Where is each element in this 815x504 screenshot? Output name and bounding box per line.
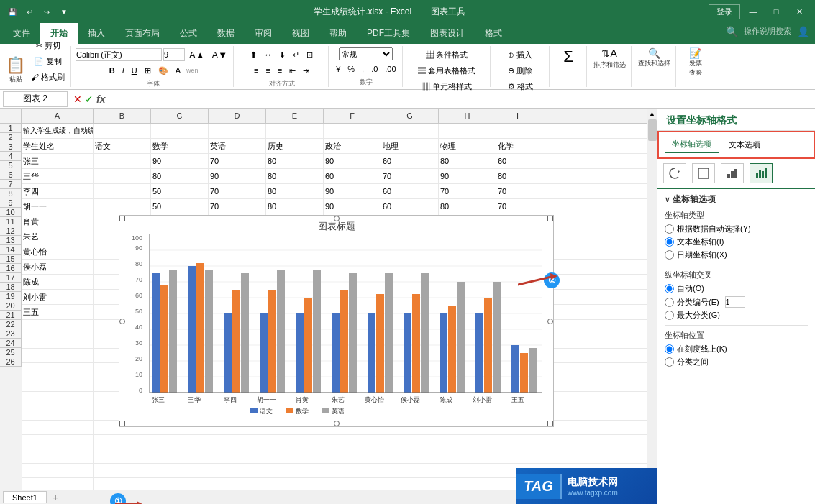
cell-I4[interactable]: 80 bbox=[496, 169, 539, 183]
font-color-btn[interactable]: A bbox=[173, 63, 183, 78]
redo-icon[interactable]: ↪ bbox=[40, 5, 53, 18]
panel-icon-shape[interactable] bbox=[692, 163, 715, 183]
cell-I2[interactable]: 化学 bbox=[496, 139, 539, 153]
chart-handle-bc[interactable] bbox=[334, 421, 340, 426]
row-header-14[interactable]: 14 bbox=[0, 245, 22, 255]
cell-B5[interactable] bbox=[94, 184, 151, 198]
row-header-21[interactable]: 21 bbox=[0, 311, 22, 320]
row-header-18[interactable]: 18 bbox=[0, 283, 22, 292]
copy-btn[interactable]: 📄 复制 bbox=[28, 54, 68, 68]
border-btn[interactable]: ⊞ bbox=[142, 63, 154, 78]
row-header-26[interactable]: 26 bbox=[0, 357, 22, 367]
row-header-13[interactable]: 13 bbox=[0, 236, 22, 245]
search-icon[interactable]: 🔍 bbox=[723, 23, 741, 44]
cell-A15[interactable] bbox=[22, 334, 94, 349]
col-header-H[interactable]: H bbox=[439, 109, 496, 123]
cell-G4[interactable]: 70 bbox=[381, 169, 439, 183]
merge-btn[interactable]: ⊡ bbox=[304, 47, 316, 62]
radio-cat-num-input[interactable] bbox=[665, 298, 674, 307]
row-header-9[interactable]: 9 bbox=[0, 198, 22, 208]
cell-G3[interactable]: 60 bbox=[381, 154, 439, 168]
radio-auto-input[interactable] bbox=[665, 224, 674, 234]
search-label[interactable]: 操作说明搜索 bbox=[741, 23, 794, 44]
comma-btn[interactable]: , bbox=[359, 62, 367, 76]
formula-input[interactable] bbox=[108, 91, 815, 107]
cell-D1[interactable] bbox=[209, 124, 266, 138]
radio-text-input[interactable] bbox=[665, 237, 674, 247]
delete-cells-btn[interactable]: ⊖ 删除 bbox=[505, 63, 535, 78]
chart-handle-tr[interactable] bbox=[547, 216, 553, 221]
tab-format[interactable]: 格式 bbox=[475, 23, 512, 44]
conditional-format-btn[interactable]: ▦ 条件格式 bbox=[423, 47, 470, 62]
sort-btn[interactable]: ⇅A bbox=[601, 47, 616, 59]
row-header-8[interactable]: 8 bbox=[0, 189, 22, 198]
cell-F1[interactable] bbox=[324, 124, 381, 138]
undo-icon[interactable]: ↩ bbox=[23, 5, 36, 18]
cell-C3[interactable]: 90 bbox=[151, 154, 209, 168]
close-button[interactable]: ✕ bbox=[789, 4, 809, 19]
cell-A3[interactable]: 张三 bbox=[22, 154, 94, 168]
cat-num-input[interactable] bbox=[725, 296, 745, 308]
panel-icon-bars[interactable] bbox=[721, 163, 744, 183]
chart-container[interactable]: 图表标题 0 10 20 30 40 50 60 70 80 90 100 bbox=[119, 215, 554, 427]
cell-A7[interactable]: 肖黄 bbox=[22, 214, 94, 229]
autosum-btn[interactable]: Σ bbox=[563, 47, 573, 66]
fill-color-btn[interactable]: 🎨 bbox=[155, 63, 171, 78]
radio-max-cat-input[interactable] bbox=[665, 311, 674, 320]
font-size-input[interactable] bbox=[163, 48, 185, 61]
cell-H3[interactable]: 80 bbox=[439, 154, 496, 168]
cell-I6[interactable]: 70 bbox=[496, 199, 539, 214]
radio-date-input[interactable] bbox=[665, 250, 674, 260]
cell-A14[interactable] bbox=[22, 320, 94, 334]
currency-btn[interactable]: ¥ bbox=[333, 62, 343, 76]
cell-F2[interactable]: 政治 bbox=[324, 139, 381, 153]
cell-E5[interactable]: 80 bbox=[266, 184, 324, 198]
cell-A4[interactable]: 王华 bbox=[22, 169, 94, 183]
cell-I5[interactable]: 70 bbox=[496, 184, 539, 198]
format-painter-btn[interactable]: 🖌 格式刷 bbox=[28, 70, 68, 84]
underline-btn[interactable]: U bbox=[129, 63, 140, 78]
cell-G2[interactable]: 地理 bbox=[381, 139, 439, 153]
tab-help[interactable]: 帮助 bbox=[319, 23, 357, 44]
font-size-up-btn[interactable]: A▲ bbox=[186, 47, 208, 62]
row-header-17[interactable]: 17 bbox=[0, 273, 22, 283]
indent-inc-btn[interactable]: ⇥ bbox=[300, 63, 312, 78]
cell-B2[interactable]: 语文 bbox=[94, 139, 151, 153]
cell-A1[interactable]: 输入学生成绩，自动统计学科的平均分等数据。班级：X年X班统计日期：X年X月X日 bbox=[22, 124, 94, 138]
minimize-button[interactable]: — bbox=[743, 4, 763, 19]
row-header-2[interactable]: 2 bbox=[0, 133, 22, 142]
tab-chart-design[interactable]: 图表设计 bbox=[420, 23, 475, 44]
paste-btn[interactable]: 📋 bbox=[6, 56, 25, 75]
radio-between-cat-input[interactable] bbox=[665, 357, 674, 367]
cell-G6[interactable]: 60 bbox=[381, 199, 439, 214]
cell-H2[interactable]: 物理 bbox=[439, 139, 496, 153]
align-top-btn[interactable]: ⬆ bbox=[247, 47, 260, 62]
number-format-select[interactable]: 常规 bbox=[339, 47, 393, 60]
row-header-10[interactable]: 10 bbox=[0, 208, 22, 217]
cell-H5[interactable]: 70 bbox=[439, 184, 496, 198]
add-sheet-btn[interactable]: + bbox=[47, 490, 64, 505]
row-header-16[interactable]: 16 bbox=[0, 264, 22, 273]
cell-D4[interactable]: 90 bbox=[209, 169, 266, 183]
cell-C2[interactable]: 数学 bbox=[151, 139, 209, 153]
row-header-3[interactable]: 3 bbox=[0, 142, 22, 152]
table-format-btn[interactable]: ▤ 套用表格格式 bbox=[415, 63, 478, 78]
row-header-11[interactable]: 11 bbox=[0, 217, 22, 226]
col-header-G[interactable]: G bbox=[381, 109, 439, 123]
find-select-btn[interactable]: 🔍 查找和选择 bbox=[638, 47, 670, 68]
cell-E2[interactable]: 历史 bbox=[266, 139, 324, 153]
row-header-15[interactable]: 15 bbox=[0, 255, 22, 264]
col-header-D[interactable]: D bbox=[209, 109, 266, 123]
col-header-C[interactable]: C bbox=[151, 109, 209, 123]
cell-E6[interactable]: 80 bbox=[266, 199, 324, 214]
cell-F5[interactable]: 90 bbox=[324, 184, 381, 198]
radio-on-tick-input[interactable] bbox=[665, 344, 674, 354]
cell-A8[interactable]: 朱艺 bbox=[22, 229, 94, 244]
col-header-E[interactable]: E bbox=[266, 109, 324, 123]
cell-H6[interactable]: 80 bbox=[439, 199, 496, 214]
row-header-12[interactable]: 12 bbox=[0, 226, 22, 236]
cell-A2[interactable]: 学生姓名 bbox=[22, 139, 94, 153]
cell-C5[interactable]: 50 bbox=[151, 184, 209, 198]
cell-A9[interactable]: 黄心怡 bbox=[22, 244, 94, 259]
align-center-btn[interactable]: ≡ bbox=[263, 63, 273, 78]
